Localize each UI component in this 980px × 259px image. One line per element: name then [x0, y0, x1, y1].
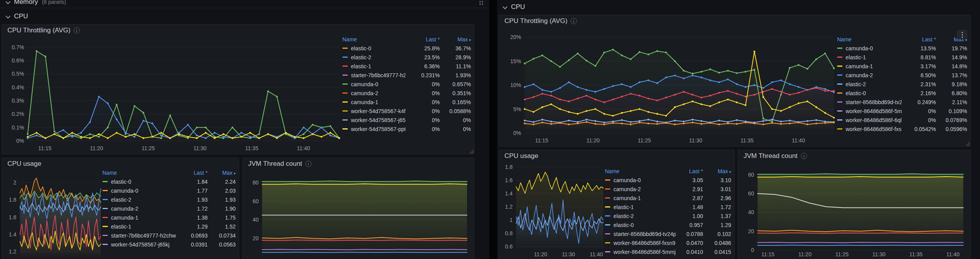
legend-row[interactable]: worker-54d758567-j65kj0.03910.0563	[102, 240, 236, 249]
svg-text:11:30: 11:30	[872, 251, 886, 257]
legend-row[interactable]: starter-7b6bc49777-h2chw0.231%1.93%	[342, 71, 471, 80]
legend-row[interactable]: worker-86486d586f-6qlsj0%0.0769%	[837, 115, 967, 124]
cpu-usage-chart[interactable]: 21.81.61.41.2	[6, 168, 102, 259]
legend-row[interactable]: camunda-13.17%14.8%	[837, 62, 967, 71]
chevron-down-icon[interactable]	[5, 14, 10, 19]
dashboard-row-cpu[interactable]: CPU	[497, 1, 980, 13]
legend-col-max[interactable]: Max▾	[208, 170, 236, 176]
row-title-memory[interactable]: Memory	[14, 0, 38, 6]
legend-col-name[interactable]: Name	[102, 170, 180, 176]
legend-col-name[interactable]: Name	[837, 36, 902, 43]
legend-row[interactable]: elastic-16.36%11.1%	[342, 62, 471, 71]
cpu-throttling-chart[interactable]: 0%5%10%15%20%11:1511:2011:2511:3011:3511…	[503, 25, 837, 145]
legend-row[interactable]: elastic-22.31%9.18%	[837, 80, 967, 89]
panel-header[interactable]: CPU usage	[499, 150, 734, 162]
legend-last-value: 0%	[902, 108, 936, 114]
legend-row[interactable]: elastic-01.842.24	[102, 177, 236, 186]
info-icon[interactable]: i	[571, 18, 577, 24]
panel-title[interactable]: JVM Thread count	[744, 152, 798, 160]
info-icon[interactable]: i	[801, 153, 807, 159]
legend-col-name[interactable]: Name	[342, 36, 405, 43]
chevron-down-icon[interactable]	[502, 5, 507, 9]
legend-row[interactable]: worker-86486d586f-fxsn90.0542%0.0596%	[837, 124, 967, 133]
legend-row[interactable]: elastic-21.931.93	[102, 195, 236, 204]
svg-text:11:15: 11:15	[535, 137, 548, 144]
legend-row[interactable]: camunda-013.5%19.7%	[837, 44, 967, 53]
legend-row[interactable]: elastic-223.5%28.9%	[342, 53, 471, 62]
legend-max-value: 1.37	[703, 213, 731, 219]
chevron-down-icon[interactable]	[5, 0, 10, 4]
jvm-thread-count-chart[interactable]: 02040608011:1511:2011:2511:3011:3511:40	[742, 160, 967, 259]
drag-handle-icon[interactable]	[479, 0, 484, 5]
panel-title[interactable]: JVM Thread count	[248, 160, 302, 168]
legend-row[interactable]: worker-54d758567-k4fd40%0.0588%	[342, 106, 471, 115]
legend-col-max[interactable]: Max▾	[703, 168, 731, 174]
legend-row[interactable]: elastic-02.16%6.80%	[837, 89, 967, 98]
legend-row[interactable]: camunda-00%0.657%	[342, 80, 471, 89]
sort-desc-icon: ▾	[729, 170, 731, 174]
legend-row[interactable]: elastic-00.9571.29	[605, 220, 731, 229]
cpu-usage-chart[interactable]: 1.81.61.41.210.80.611:2011:3011:40	[503, 160, 605, 259]
dashboard-row-cpu[interactable]: CPU	[0, 10, 489, 23]
legend-col-max[interactable]: Max▾	[440, 36, 471, 43]
svg-text:0.2%: 0.2%	[12, 111, 24, 117]
legend-row[interactable]: camunda-10%0.165%	[342, 98, 471, 106]
jvm-thread-count-chart[interactable]: 20406080	[247, 168, 471, 259]
legend-row[interactable]: camunda-01.772.03	[102, 186, 236, 195]
panel-title[interactable]: CPU usage	[504, 152, 538, 160]
legend-col-last[interactable]: Last *	[180, 170, 208, 176]
legend-row[interactable]: camunda-12.872.96	[605, 193, 731, 202]
legend-row[interactable]: camunda-11.381.75	[102, 213, 236, 222]
info-icon[interactable]: i	[74, 27, 80, 34]
legend-col-last[interactable]: Last *	[676, 168, 703, 174]
legend-col-last[interactable]: Last *	[902, 36, 936, 43]
panel-title[interactable]: CPU Throttling (AVG)	[7, 27, 71, 34]
series-color-swatch	[102, 190, 108, 191]
series-color-swatch	[102, 199, 108, 200]
row-title-cpu[interactable]: CPU	[14, 12, 28, 20]
legend-row[interactable]: starter-8568bbd69d-tv24p0.07880.102	[605, 229, 731, 238]
row-title-cpu[interactable]: CPU	[511, 3, 525, 11]
legend-row[interactable]: worker-86486d586f-5mmj70.04100.0415	[605, 247, 731, 256]
dashboard-row-memory[interactable]: Memory (8 panels)	[0, 0, 489, 8]
info-icon[interactable]: i	[305, 161, 312, 167]
panel-menu-icon[interactable]	[957, 30, 967, 39]
legend-row[interactable]: worker-86486d586f-5mmj70%0.109%	[837, 106, 967, 115]
legend-row[interactable]: starter-7b6bc49777-h2chw0.06930.0734	[102, 231, 236, 240]
legend-row[interactable]: elastic-18.81%14.9%	[837, 53, 967, 62]
panel-header[interactable]: CPU usage	[2, 158, 239, 170]
panel-title[interactable]: CPU usage	[7, 160, 41, 168]
legend-max-value: 11.1%	[440, 63, 471, 69]
legend-row[interactable]: camunda-28.50%13.7%	[837, 71, 967, 80]
svg-text:0.4%: 0.4%	[12, 84, 24, 90]
panel-resize-handle[interactable]	[965, 141, 970, 146]
panel-header[interactable]: CPU Throttling (AVG) i	[2, 25, 474, 36]
panel-header[interactable]: CPU Throttling (AVG) i	[499, 15, 970, 27]
legend-row[interactable]: elastic-21.001.37	[605, 211, 731, 220]
legend-row[interactable]: camunda-22.913.01	[605, 184, 731, 193]
legend-row[interactable]: elastic-11.481.72	[605, 202, 731, 211]
legend-series-name: camunda-2	[102, 206, 180, 212]
legend-row[interactable]: camunda-21.721.90	[102, 204, 236, 213]
series-color-swatch	[605, 251, 610, 252]
series-color-swatch	[605, 206, 610, 208]
legend-col-name[interactable]: Name	[605, 168, 676, 174]
panel-title[interactable]: CPU Throttling (AVG)	[504, 17, 568, 25]
legend-row[interactable]: elastic-11.291.52	[102, 222, 236, 231]
legend-series-name: elastic-0	[342, 45, 405, 51]
legend-col-last[interactable]: Last *	[405, 36, 440, 43]
legend-row[interactable]: worker-86486d586f-fxsn90.04700.0486	[605, 238, 731, 247]
legend-row[interactable]: camunda-20%0.351%	[342, 89, 471, 98]
series-color-swatch	[102, 244, 108, 245]
panel-header[interactable]: JVM Thread count i	[243, 158, 474, 170]
legend-row[interactable]: camunda-03.053.10	[605, 176, 731, 184]
cpu-throttling-chart[interactable]: 0%0.1%0.2%0.3%0.4%0.5%0.6%0.7%11:1511:20…	[6, 35, 342, 153]
panel-resize-handle[interactable]	[469, 149, 474, 154]
legend-row[interactable]: starter-8568bbd69d-tv24p0.249%2.11%	[837, 98, 967, 106]
legend-row[interactable]: elastic-025.8%36.7%	[342, 44, 471, 53]
legend-row[interactable]: worker-54d758567-pptjd0%0%	[342, 124, 471, 133]
legend-row[interactable]: worker-54d758567-j65kj0%0%	[342, 115, 471, 124]
svg-text:1.2: 1.2	[9, 248, 17, 255]
panel-header[interactable]: JVM Thread count i	[738, 150, 970, 162]
legend-last-value: 0.0470	[676, 240, 703, 246]
